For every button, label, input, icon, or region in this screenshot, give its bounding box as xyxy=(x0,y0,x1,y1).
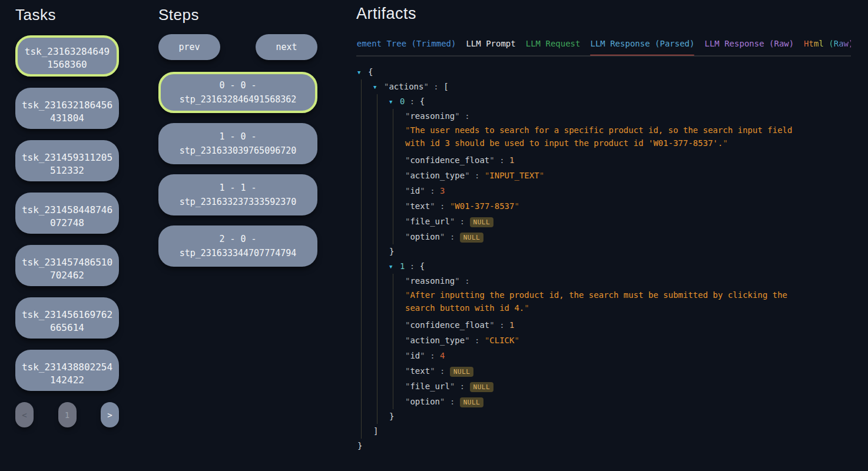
indent-guide xyxy=(361,198,362,214)
json-row: "text" : "W01-377-8537" xyxy=(356,198,851,214)
steps-panel: Steps prev next 0 - 0 -stp_2316328464915… xyxy=(158,6,317,267)
json-row: "reasoning" : xyxy=(356,109,851,124)
indent-guide xyxy=(361,333,362,348)
indent-guide xyxy=(377,259,377,274)
tab-llm-response-parsed-[interactable]: LLM Response (Parsed) xyxy=(590,38,694,55)
indent-guide xyxy=(377,229,377,244)
indent-guide xyxy=(377,124,377,152)
json-row: "option" : NULL xyxy=(356,394,851,409)
steps-title: Steps xyxy=(158,6,317,31)
indent-guide xyxy=(393,124,393,152)
tab-html-raw-[interactable]: Html (Raw) xyxy=(804,38,851,55)
pagination-next-button[interactable]: > xyxy=(101,402,119,427)
indent-guide xyxy=(361,274,362,288)
tab-element-tree-trimmed-[interactable]: Element Tree (Trimmed) xyxy=(356,38,456,55)
null-badge: NULL xyxy=(460,233,484,243)
indent-guide xyxy=(393,363,393,379)
indent-guide xyxy=(361,152,362,168)
null-badge: NULL xyxy=(470,382,494,392)
indent-guide xyxy=(361,409,362,424)
indent-guide xyxy=(377,288,377,317)
json-row: "id" : 3 xyxy=(356,183,851,198)
null-badge: NULL xyxy=(460,397,484,407)
task-list: tsk_231632846491568360tsk_23163218645643… xyxy=(15,35,119,391)
json-row: "id" : 4 xyxy=(356,348,851,363)
json-row: "action_type" : "CLICK" xyxy=(356,333,851,348)
tab-llm-prompt[interactable]: LLM Prompt xyxy=(466,38,515,55)
tasks-pagination: < 1 > xyxy=(15,402,119,427)
indent-guide xyxy=(393,229,393,244)
indent-guide xyxy=(361,317,362,333)
null-badge: NULL xyxy=(470,217,494,227)
indent-guide xyxy=(377,168,377,183)
task-button[interactable]: tsk_231459311205512332 xyxy=(15,140,119,181)
json-row: "file_url" : NULL xyxy=(356,379,851,394)
indent-guide xyxy=(393,379,393,394)
collapse-arrow-icon[interactable]: ▼ xyxy=(373,80,384,95)
json-row: ] xyxy=(356,424,851,439)
null-badge: NULL xyxy=(450,367,474,377)
indent-guide xyxy=(361,229,362,244)
collapse-arrow-icon[interactable]: ▼ xyxy=(389,260,400,274)
task-button[interactable]: tsk_231457486510702462 xyxy=(15,245,119,286)
artifact-tabbar: Element Tree (Trimmed)LLM PromptLLM Requ… xyxy=(356,38,851,57)
indent-guide xyxy=(393,168,393,183)
step-button[interactable]: 1 - 1 -stp_231633237333592370 xyxy=(158,174,317,215)
tab-llm-request[interactable]: LLM Request xyxy=(526,38,581,55)
indent-guide xyxy=(377,94,377,109)
indent-guide xyxy=(361,259,362,274)
collapse-arrow-icon[interactable]: ▼ xyxy=(357,65,368,80)
prev-step-button[interactable]: prev xyxy=(158,34,220,60)
indent-guide xyxy=(361,183,362,198)
json-row: "confidence_float" : 1 xyxy=(356,317,851,333)
indent-guide xyxy=(393,198,393,214)
json-row: "reasoning" : xyxy=(356,274,851,288)
step-button[interactable]: 2 - 0 -stp_231633344707774794 xyxy=(158,225,317,267)
indent-guide xyxy=(377,244,377,259)
indent-guide xyxy=(377,198,377,214)
json-row: "action_type" : "INPUT_TEXT" xyxy=(356,168,851,183)
indent-guide xyxy=(377,394,377,409)
step-button[interactable]: 0 - 0 -stp_231632846491568362 xyxy=(158,72,317,113)
indent-guide xyxy=(361,379,362,394)
indent-guide xyxy=(393,394,393,409)
task-button[interactable]: tsk_231458448746072748 xyxy=(15,193,119,234)
step-list: 0 - 0 -stp_2316328464915683621 - 0 -stp_… xyxy=(158,72,317,267)
pagination-prev-button[interactable]: < xyxy=(15,402,34,427)
indent-guide xyxy=(393,152,393,168)
indent-guide xyxy=(361,348,362,363)
task-button[interactable]: tsk_231438802254142422 xyxy=(15,350,119,391)
json-row: "After inputting the product id, the sea… xyxy=(356,288,793,317)
indent-guide xyxy=(377,214,377,229)
tasks-title: Tasks xyxy=(15,6,119,31)
indent-guide xyxy=(393,274,393,288)
next-step-button[interactable]: next xyxy=(256,34,317,60)
step-button[interactable]: 1 - 0 -stp_231633039765096720 xyxy=(158,123,317,164)
json-row: "option" : NULL xyxy=(356,229,851,244)
json-row: ▼"actions" : [ xyxy=(356,79,851,94)
task-button[interactable]: tsk_231632186456431804 xyxy=(15,88,119,129)
json-row: } xyxy=(356,439,851,453)
indent-guide xyxy=(377,183,377,198)
artifacts-title: Artifacts xyxy=(356,5,851,26)
json-row: } xyxy=(356,244,851,259)
indent-guide xyxy=(393,109,393,124)
indent-guide xyxy=(361,288,362,317)
indent-guide xyxy=(393,214,393,229)
indent-guide xyxy=(377,363,377,379)
json-row: ▼0 : { xyxy=(356,94,851,109)
tab-llm-response-raw-[interactable]: LLM Response (Raw) xyxy=(704,38,794,55)
json-row: ▼{ xyxy=(356,65,851,79)
indent-guide xyxy=(361,109,362,124)
task-button[interactable]: tsk_231456169762665614 xyxy=(15,297,119,339)
step-nav: prev next xyxy=(158,34,317,60)
json-row: "text" : NULL xyxy=(356,363,851,379)
indent-guide xyxy=(393,348,393,363)
collapse-arrow-icon[interactable]: ▼ xyxy=(389,95,400,110)
indent-guide xyxy=(361,79,362,94)
pagination-page-button[interactable]: 1 xyxy=(58,402,77,427)
indent-guide xyxy=(377,109,377,124)
task-button[interactable]: tsk_231632846491568360 xyxy=(15,35,119,77)
indent-guide xyxy=(361,394,362,409)
tasks-panel: Tasks tsk_231632846491568360tsk_23163218… xyxy=(15,6,119,427)
